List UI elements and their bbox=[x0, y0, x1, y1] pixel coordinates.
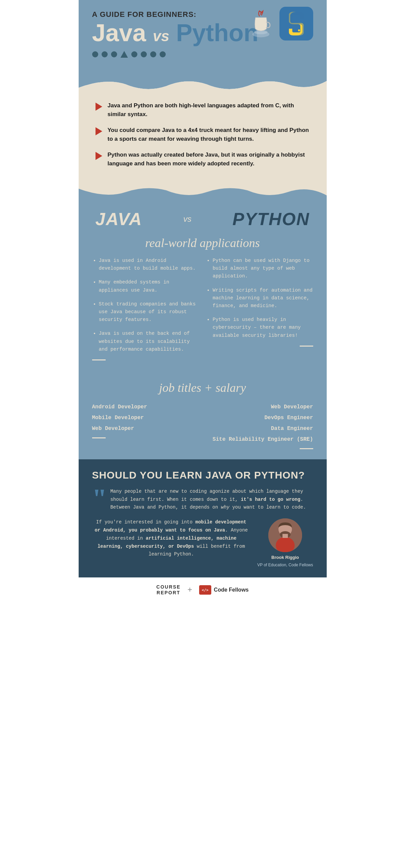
quote-block: " Many people that are new to coding ago… bbox=[92, 488, 313, 512]
footer-plus: + bbox=[187, 586, 192, 595]
svg-rect-9 bbox=[282, 534, 288, 538]
author-avatar bbox=[268, 518, 302, 552]
code-fellows-text: Code Fellows bbox=[214, 587, 249, 593]
code-fellows-icon: </> bbox=[199, 585, 211, 595]
realworld-title: real-world applications bbox=[89, 236, 317, 250]
python-job-2: DevOps Engineer bbox=[213, 412, 313, 423]
python-jobs-col: Web Developer DevOps Engineer Data Engin… bbox=[213, 402, 313, 449]
java-apps-divider bbox=[92, 359, 106, 360]
course-report-line2: REPORT bbox=[157, 590, 180, 596]
job-section: job titles + salary Android Developer Mo… bbox=[79, 374, 327, 459]
learn-paragraph: If you're interested in going into mobil… bbox=[92, 518, 251, 559]
intro-section: Java and Python are both high-level lang… bbox=[79, 91, 327, 185]
python-jobs-divider bbox=[300, 448, 313, 449]
java-job-3: Web Developer bbox=[92, 423, 147, 434]
python-job-1: Web Developer bbox=[213, 402, 313, 412]
quote-text: Many people that are new to coding agoni… bbox=[110, 488, 313, 512]
vs-header: JAVA vs PYTHON bbox=[89, 202, 317, 233]
author-block: If you're interested in going into mobil… bbox=[92, 518, 313, 567]
java-app-2: Many embedded systems in appliances use … bbox=[99, 278, 199, 294]
comparison-section: JAVA vs PYTHON real-world applications J… bbox=[79, 202, 327, 374]
author-role: VP of Education, Code Fellows bbox=[257, 563, 313, 567]
wave-divider-2 bbox=[79, 185, 327, 202]
footer-section: COURSE REPORT + </> Code Fellows bbox=[79, 577, 327, 602]
python-heading: PYTHON bbox=[233, 209, 310, 229]
header-icons bbox=[246, 7, 313, 40]
python-logo-icon bbox=[279, 7, 313, 40]
java-logo-icon bbox=[246, 8, 276, 39]
svg-point-4 bbox=[298, 29, 300, 31]
course-report-line1: COURSE bbox=[156, 584, 181, 590]
dots-row bbox=[92, 51, 313, 68]
bullet-item-3: Python was actually created before Java,… bbox=[96, 151, 310, 168]
java-app-1: Java is used in Android development to b… bbox=[99, 257, 199, 272]
java-title: Java bbox=[92, 19, 146, 46]
vs-title: vs bbox=[153, 28, 169, 44]
bullet-item-2: You could compare Java to a 4x4 truck me… bbox=[96, 126, 310, 143]
learn-title: SHOULD YOU LEARN JAVA OR PYTHON? bbox=[92, 469, 313, 481]
bullet-text-3: Python was actually created before Java,… bbox=[108, 151, 310, 168]
author-info: Brook Riggio VP of Education, Code Fello… bbox=[257, 518, 313, 567]
code-fellows-logo: </> Code Fellows bbox=[199, 585, 249, 595]
java-job-2: Mobile Developer bbox=[92, 412, 147, 423]
java-jobs-divider bbox=[92, 437, 106, 438]
dot-2 bbox=[102, 51, 108, 57]
dot-6 bbox=[150, 51, 156, 57]
header-section: A GUIDE FOR BEGINNERS: Java vs Python bbox=[79, 0, 327, 74]
java-apps-col: Java is used in Android development to b… bbox=[92, 257, 199, 367]
course-report-logo: COURSE REPORT bbox=[156, 584, 181, 596]
jobs-title: job titles + salary bbox=[92, 381, 313, 395]
python-job-4: Site Reliability Engineer (SRE) bbox=[213, 434, 313, 445]
vs-middle-label: vs bbox=[183, 214, 191, 224]
dot-7 bbox=[160, 51, 166, 57]
java-jobs-col: Android Developer Mobile Developer Web D… bbox=[92, 402, 147, 449]
python-job-3: Data Engineer bbox=[213, 423, 313, 434]
dot-5 bbox=[141, 51, 147, 57]
apps-columns: Java is used in Android development to b… bbox=[89, 257, 317, 367]
python-app-1: Python can be used with Django to build … bbox=[213, 257, 313, 280]
bullet-text-1: Java and Python are both high-level lang… bbox=[108, 101, 310, 118]
python-apps-list: Python can be used with Django to build … bbox=[206, 257, 313, 340]
dot-1 bbox=[92, 51, 98, 57]
dot-4 bbox=[131, 51, 137, 57]
java-job-1: Android Developer bbox=[92, 402, 147, 412]
learn-section: SHOULD YOU LEARN JAVA OR PYTHON? " Many … bbox=[79, 459, 327, 577]
bullet-text-2: You could compare Java to a 4x4 truck me… bbox=[108, 126, 310, 143]
java-app-3: Stock trading companies and banks use Ja… bbox=[99, 300, 199, 324]
bullet-item-1: Java and Python are both high-level lang… bbox=[96, 101, 310, 118]
java-heading: JAVA bbox=[96, 209, 142, 229]
author-name: Brook Riggio bbox=[271, 555, 299, 560]
wave-divider-1 bbox=[79, 74, 327, 91]
java-apps-list: Java is used in Android development to b… bbox=[92, 257, 199, 353]
triangle-icon bbox=[120, 51, 128, 58]
jobs-columns: Android Developer Mobile Developer Web D… bbox=[92, 402, 313, 449]
dot-3 bbox=[111, 51, 117, 57]
bullet-arrow-1 bbox=[96, 103, 102, 111]
bullet-arrow-2 bbox=[96, 127, 102, 135]
python-app-3: Python is used heavily in cybersecurity … bbox=[213, 316, 313, 340]
java-app-4: Java is used on the back end of websites… bbox=[99, 330, 199, 353]
python-apps-col: Python can be used with Django to build … bbox=[206, 257, 313, 367]
python-app-2: Writing scripts for automation and machi… bbox=[213, 287, 313, 310]
python-apps-divider bbox=[300, 346, 313, 347]
quote-mark-icon: " bbox=[92, 488, 107, 512]
svg-point-3 bbox=[293, 16, 295, 18]
bullet-arrow-3 bbox=[96, 152, 102, 160]
